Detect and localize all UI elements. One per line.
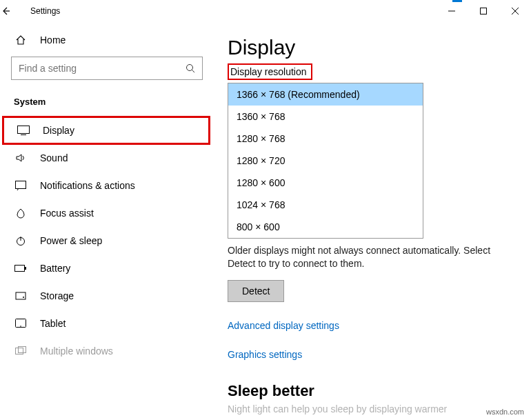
resolution-option[interactable]: 1280 × 600 [228, 172, 423, 194]
nav-label: Notifications & actions [40, 180, 135, 191]
storage-icon [14, 290, 28, 301]
nav-notifications[interactable]: Notifications & actions [0, 172, 214, 199]
svg-rect-14 [16, 292, 26, 299]
svg-point-15 [23, 297, 24, 298]
battery-icon [14, 264, 28, 272]
watermark: wsxdn.com [486, 408, 524, 416]
detect-button[interactable]: Detect [228, 280, 284, 302]
resolution-option[interactable]: 1280 × 720 [228, 150, 423, 172]
svg-rect-7 [18, 126, 30, 134]
resolution-option[interactable]: 1024 × 768 [228, 194, 423, 216]
back-button[interactable] [0, 6, 28, 17]
close-button[interactable] [499, 0, 531, 22]
resolution-label: Display resolution [228, 63, 312, 80]
svg-line-6 [192, 70, 195, 73]
minimize-button[interactable] [436, 0, 468, 22]
section-label: System [0, 90, 214, 117]
search-input-container[interactable] [11, 57, 203, 80]
nav-label: Tablet [40, 318, 66, 329]
nav-focus-assist[interactable]: Focus assist [0, 199, 214, 227]
power-icon [14, 235, 28, 246]
help-text: Older displays might not always connect … [228, 244, 503, 270]
search-input[interactable] [19, 63, 186, 74]
svg-rect-12 [15, 266, 25, 272]
resolution-option[interactable]: 800 × 600 [228, 216, 423, 238]
nav-label: Sound [40, 152, 68, 163]
page-title: Display [228, 36, 519, 59]
svg-rect-2 [481, 8, 487, 14]
nav-label: Power & sleep [40, 235, 102, 246]
sleep-better-heading: Sleep better [228, 382, 519, 400]
nav-multiple-windows[interactable]: Multiple windows [0, 337, 214, 365]
svg-rect-13 [25, 267, 26, 270]
nav-label: Multiple windows [40, 346, 113, 357]
home-icon [14, 34, 28, 46]
svg-rect-19 [19, 347, 26, 353]
nav-label: Display [43, 125, 74, 136]
resolution-option[interactable]: 1366 × 768 (Recommended) [228, 83, 423, 106]
sleep-sub: Night light can help you sleep by displa… [228, 403, 503, 416]
notifications-icon [14, 181, 28, 190]
svg-point-17 [20, 326, 21, 327]
window-title: Settings [30, 6, 60, 16]
svg-rect-18 [16, 348, 23, 354]
resolution-dropdown[interactable]: 1366 × 768 (Recommended) 1360 × 768 1280… [228, 83, 423, 239]
nav-label: Battery [40, 263, 70, 274]
accent-indicator [452, 0, 462, 2]
graphics-settings-link[interactable]: Graphics settings [228, 349, 519, 360]
nav-tablet[interactable]: Tablet [0, 310, 214, 337]
tablet-icon [14, 319, 28, 328]
svg-rect-9 [16, 181, 26, 189]
nav-storage[interactable]: Storage [0, 282, 214, 310]
display-icon [17, 126, 30, 135]
nav-sound[interactable]: Sound [0, 144, 214, 172]
maximize-button[interactable] [468, 0, 499, 22]
windows-icon [14, 346, 28, 356]
home-label: Home [40, 34, 66, 46]
nav-battery[interactable]: Battery [0, 254, 214, 282]
nav-label: Focus assist [40, 208, 94, 219]
search-icon [186, 63, 195, 73]
nav-display[interactable]: Display [3, 117, 210, 144]
svg-point-5 [187, 65, 193, 71]
focus-assist-icon [14, 208, 28, 219]
advanced-display-link[interactable]: Advanced display settings [228, 320, 519, 331]
sound-icon [14, 152, 28, 163]
nav-label: Storage [40, 290, 74, 301]
nav-power-sleep[interactable]: Power & sleep [0, 227, 214, 254]
resolution-option[interactable]: 1280 × 768 [228, 128, 423, 150]
resolution-option[interactable]: 1360 × 768 [228, 106, 423, 128]
home-nav[interactable]: Home [0, 28, 214, 52]
